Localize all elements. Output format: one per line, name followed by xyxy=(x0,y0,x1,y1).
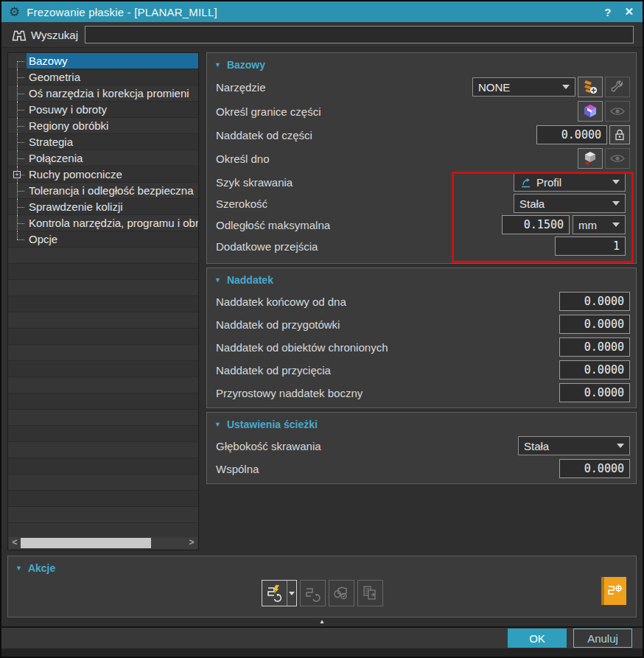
select-boundary-button[interactable] xyxy=(578,101,603,122)
tree-empty-row xyxy=(8,377,198,393)
tree-empty-row xyxy=(8,491,198,507)
create-tool-button[interactable] xyxy=(578,77,603,97)
gear-icon: ⚙ xyxy=(9,6,20,18)
actions-toolbar xyxy=(8,580,636,606)
common-depth-input[interactable]: 0.0000 xyxy=(559,459,630,478)
scrollbar-thumb[interactable] xyxy=(21,538,151,548)
verify-toolpath-button[interactable] xyxy=(329,580,354,606)
edit-display-button[interactable] xyxy=(601,577,626,605)
cut-depth-dropdown[interactable]: Stała xyxy=(518,436,630,455)
scroll-right-icon[interactable]: > xyxy=(186,537,197,549)
group-akcje: ▼ Akcje xyxy=(7,556,637,617)
row-naddatek-przygotowki: Naddatek od przygotówki 0.0000 xyxy=(216,315,630,334)
generate-toolpath-icon xyxy=(265,584,283,602)
list-toolpath-button[interactable] xyxy=(357,580,383,606)
eye-icon xyxy=(609,105,626,118)
section-header-akcje[interactable]: ▼ Akcje xyxy=(8,559,636,580)
max-distance-input[interactable]: 0.1500 xyxy=(502,215,570,234)
row-naddatek-dna: Naddatek końcowy od dna 0.0000 xyxy=(216,292,630,311)
section-header-naddatek[interactable]: ▼ Naddatek xyxy=(207,271,636,292)
eye-icon xyxy=(609,152,626,165)
section-header-sciezka[interactable]: ▼ Ustawienia ścieżki xyxy=(207,416,636,436)
tree-item-geometria[interactable]: Geometria xyxy=(8,69,198,85)
blank-stock-input[interactable]: 0.0000 xyxy=(559,315,630,334)
chevron-down-icon xyxy=(562,85,570,89)
row-naddatek-przyciecia: Naddatek od przycięcia 0.0000 xyxy=(216,360,630,379)
tool-dropdown[interactable]: NONE xyxy=(472,77,575,97)
search-bar: Wyszukaj xyxy=(1,22,643,48)
scroll-left-icon[interactable]: < xyxy=(9,537,21,549)
trim-stock-input[interactable]: 0.0000 xyxy=(559,360,630,379)
tree-empty-row xyxy=(8,361,198,377)
additional-passes-input[interactable]: 1 xyxy=(555,237,626,256)
cancel-button[interactable]: Anuluj xyxy=(573,629,632,648)
tree-item-sprawdzenie-kolizji[interactable]: Sprawdzenie kolizji xyxy=(8,199,198,215)
lock-button[interactable] xyxy=(609,125,630,144)
tree-empty-row xyxy=(8,410,198,426)
part-stock-input[interactable]: 0.0000 xyxy=(536,125,607,144)
search-input[interactable] xyxy=(85,26,634,43)
unit-dropdown[interactable]: mm xyxy=(573,215,626,234)
wrench-icon xyxy=(610,80,625,94)
chevron-down-icon xyxy=(617,444,624,448)
help-button[interactable]: ? xyxy=(604,6,611,18)
display-floor-button[interactable] xyxy=(605,148,630,169)
planar-mill-dialog: ⚙ Frezowanie płaskie - [PLANAR_MILL] ? ✕… xyxy=(0,0,644,658)
new-tool-icon xyxy=(582,79,598,95)
settings-column: ▼ Bazowy Narzędzie NONE xyxy=(206,52,637,550)
boundary-geometry-icon xyxy=(582,103,598,119)
tree-horizontal-scrollbar[interactable]: < > xyxy=(9,537,197,549)
select-floor-button[interactable] xyxy=(578,148,603,169)
tree-item-os-narzedzia[interactable]: Oś narzędzia i korekcja promieni xyxy=(8,85,198,102)
row-szyk-skrawania: Szyk skrawania Profil xyxy=(216,172,626,192)
tree-empty-row xyxy=(8,426,198,442)
generate-toolpath-button[interactable] xyxy=(262,581,287,606)
group-naddatek: ▼ Naddatek Naddatek końcowy od dna 0.000… xyxy=(206,267,637,408)
dialog-collapse-handle[interactable]: ▲ xyxy=(1,617,643,626)
tree-item-posuwy[interactable]: Posuwy i obroty xyxy=(8,102,198,118)
display-boundary-button[interactable] xyxy=(605,101,630,122)
row-odleglosc-maksymalna: Odległość maksymalna 0.1500 mm xyxy=(216,215,626,234)
collapse-triangle-icon: ▼ xyxy=(214,421,221,428)
dialog-footer: OK Anuluj xyxy=(1,626,643,648)
tree-item-polaczenia[interactable]: Połączenia xyxy=(8,150,198,167)
tree-empty-row xyxy=(8,312,198,329)
tree-item-tolerancja[interactable]: Tolerancja i odległość bezpieczna xyxy=(8,183,198,199)
row-narzedzie: Narzędzie NONE xyxy=(216,77,630,97)
tree-item-strategia[interactable]: Strategia xyxy=(8,134,198,150)
tree-empty-row xyxy=(8,264,198,280)
tree-empty-row xyxy=(8,442,198,458)
collapse-triangle-icon: ▼ xyxy=(214,61,221,69)
tree-item-opcje[interactable]: Opcje xyxy=(8,231,198,248)
tree-empty-row xyxy=(8,280,198,296)
triangle-up-icon: ▲ xyxy=(319,618,325,625)
profile-pattern-icon xyxy=(519,176,532,189)
cut-pattern-dropdown[interactable]: Profil xyxy=(514,172,626,192)
list-output-icon xyxy=(361,584,379,602)
replay-toolpath-button[interactable] xyxy=(300,580,326,606)
lock-icon xyxy=(613,128,626,141)
tree-item-regiony[interactable]: Regiony obróbki xyxy=(8,118,198,134)
row-naddatek-od-czesci: Naddatek od części 0.0000 xyxy=(216,125,630,144)
chevron-down-icon xyxy=(612,223,620,227)
dialog-title: Frezowanie płaskie - [PLANAR_MILL] xyxy=(27,6,217,18)
incremental-side-stock-input[interactable]: 0.0000 xyxy=(559,383,630,402)
row-dodatkowe-przejscia: Dodatkowe przejścia 1 xyxy=(216,237,626,256)
floor-stock-input[interactable]: 0.0000 xyxy=(559,292,630,311)
edit-tool-button[interactable] xyxy=(605,77,630,97)
close-button[interactable]: ✕ xyxy=(624,5,634,18)
tree-item-kontrola[interactable]: Kontrola narzędzia, programu i obrab xyxy=(8,215,198,231)
bottom-strip xyxy=(1,648,643,657)
generate-options-dropdown[interactable] xyxy=(287,581,296,606)
tree-item-ruchy-pomocnicze[interactable]: + Ruchy pomocnicze xyxy=(8,167,198,183)
chevron-down-icon xyxy=(612,201,620,206)
ok-button[interactable]: OK xyxy=(508,629,567,648)
expand-plus-icon[interactable]: + xyxy=(13,171,21,178)
stepover-dropdown[interactable]: Stała xyxy=(514,194,626,213)
check-stock-input[interactable]: 0.0000 xyxy=(559,337,630,357)
section-header-bazowy[interactable]: ▼ Bazowy xyxy=(207,56,636,77)
generate-button-group xyxy=(262,580,297,606)
tree-empty-row xyxy=(8,475,198,491)
tree-item-bazowy[interactable]: Bazowy xyxy=(8,53,198,69)
floor-geometry-icon xyxy=(582,150,598,167)
